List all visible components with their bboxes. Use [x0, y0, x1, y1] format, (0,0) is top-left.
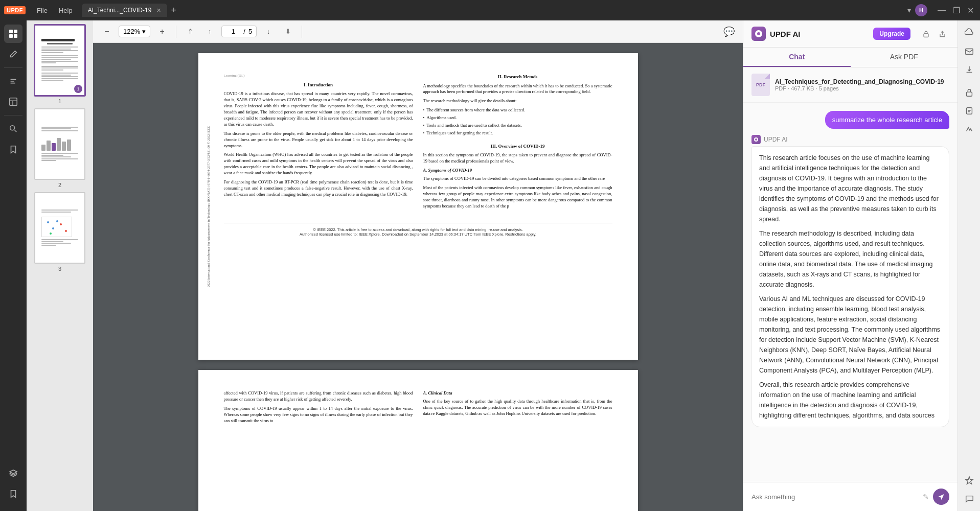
pdf-symptoms-heading: A. Symptoms of COVID-19: [423, 168, 612, 174]
nav-up-button[interactable]: ↑: [202, 24, 217, 39]
ai-response-name: UPDF AI: [764, 136, 788, 143]
pdf-intro-p2: This disease is prone to the older peopl…: [224, 131, 413, 149]
pdf-viewer: − 122% ▾ + ⇑ ↑ / 5 ↓ ⇓ 💬 2022 I: [93, 20, 743, 511]
zoom-chevron-icon: ▾: [142, 28, 146, 35]
pdf-page-2: affected with COVID-19 virus, if patient…: [198, 370, 638, 511]
zoom-level-display[interactable]: 122% ▾: [119, 26, 150, 37]
ai-msg-p2: The research methodology is described, i…: [759, 228, 942, 290]
close-button[interactable]: ✕: [965, 5, 976, 16]
pdf-bullet-2: • Algorithms used.: [423, 115, 612, 121]
sidebar-item-layout[interactable]: [4, 92, 22, 111]
sidebar-item-bookmark[interactable]: [4, 140, 22, 158]
ai-msg-p1: This research article focuses on the use…: [759, 153, 942, 224]
ai-response-label: UPDF AI: [751, 135, 949, 144]
sidebar-item-bookmark-bottom[interactable]: [4, 484, 22, 503]
pdf-intro-heading: I. Introduction: [224, 82, 413, 88]
nav-last-button[interactable]: ⇓: [280, 24, 295, 39]
zoom-in-button[interactable]: +: [154, 24, 170, 39]
ai-panel-title: UPDF AI: [770, 30, 800, 38]
file-name: AI_Techniques_for_Detecting_and_Diagnosi…: [775, 78, 944, 85]
nav-down-button[interactable]: ↓: [261, 24, 276, 39]
svg-rect-0: [9, 30, 13, 33]
document-tab[interactable]: AI_Techni..._COVID-19 ×: [82, 4, 167, 17]
nav-first-button[interactable]: ⇑: [183, 24, 198, 39]
pdf-page2-left: affected with COVID-19 virus, if patient…: [224, 390, 413, 427]
right-tool-lock2-icon[interactable]: [961, 103, 977, 119]
user-avatar[interactable]: H: [915, 4, 927, 16]
pdf-clinical-heading: A. Clinical Data: [423, 390, 612, 397]
ai-response-container: UPDF AI This research article focuses on…: [751, 135, 949, 427]
right-tool-star-icon[interactable]: [961, 472, 977, 489]
page-badge-1: 1: [74, 85, 82, 93]
upgrade-button[interactable]: Upgrade: [873, 28, 910, 40]
pdf-content[interactable]: 2022 International Conference for Advanc…: [93, 43, 743, 511]
ai-chat-input[interactable]: [751, 493, 919, 501]
toolbar-separator-1: [176, 26, 176, 38]
edit-icon[interactable]: ✎: [923, 493, 929, 501]
thumbnail-panel: 1 1: [27, 20, 93, 511]
thumbnail-image-3: [34, 192, 85, 264]
sidebar-item-thumbnails[interactable]: [4, 25, 22, 43]
pdf-bullet-text-1: The different sources from where the dat…: [426, 107, 525, 113]
comment-button[interactable]: 💬: [721, 24, 737, 39]
thumbnail-page-1[interactable]: 1 1: [31, 25, 89, 104]
main-layout: 1 1: [0, 20, 980, 511]
titlebar: UPDF File Help AI_Techni..._COVID-19 × +…: [0, 0, 980, 20]
titlebar-right: ▾ H — ❐ ✕: [907, 4, 976, 16]
tab-close-button[interactable]: ×: [156, 6, 161, 14]
sidebar-item-layers[interactable]: [4, 464, 22, 482]
thumbnail-page-num-2: 2: [58, 182, 61, 188]
sidebar-item-pen[interactable]: [4, 45, 22, 63]
pdf-bullet-1: • The different sources from where the d…: [423, 107, 612, 113]
thumbnail-page-3[interactable]: 3: [31, 192, 89, 272]
ai-lock-icon[interactable]: [919, 27, 933, 41]
pdf-bullet-text-4: Techniques used for getting the result.: [426, 130, 493, 136]
right-tool-sign-icon[interactable]: [961, 121, 977, 137]
pdf-research-heading: II. Research Metods: [423, 74, 612, 80]
pdf-intro-p1: COVID-19 is a infectious disease, that h…: [224, 91, 413, 127]
ai-chat-area[interactable]: summarize the whole research article UPD…: [743, 103, 958, 482]
zoom-out-button[interactable]: −: [99, 24, 115, 39]
right-tool-cloud-icon[interactable]: [961, 25, 977, 41]
right-tool-mail-icon[interactable]: [961, 43, 977, 59]
send-button[interactable]: [933, 489, 949, 505]
right-tool-chat-icon[interactable]: [961, 491, 977, 507]
page-total: 5: [248, 28, 252, 35]
file-menu[interactable]: File: [32, 5, 53, 16]
svg-rect-7: [965, 49, 972, 55]
pdf-covid-overview-heading: III. Overview of COVID-19: [423, 143, 612, 150]
pdf-research-p1: A methodology specifies the boundaries o…: [423, 83, 612, 96]
new-tab-button[interactable]: +: [171, 5, 177, 16]
maximize-button[interactable]: ❐: [951, 5, 962, 16]
pdf-clinical-p1: One of the key source of to gather the h…: [423, 399, 612, 417]
ai-panel-action-icons: [919, 27, 949, 41]
page-input[interactable]: [226, 28, 240, 35]
ai-share-icon[interactable]: [935, 27, 949, 41]
pdf-left-col: Learning (DL) I. Introduction COVID-19 i…: [224, 74, 413, 213]
ai-logo-inner: [755, 30, 762, 37]
sidebar-item-text[interactable]: [4, 72, 22, 90]
minimize-button[interactable]: —: [936, 5, 948, 16]
ai-input-area: ✎: [743, 482, 958, 511]
window-controls: — ❐ ✕: [936, 5, 976, 16]
right-tool-lock-icon[interactable]: [961, 84, 977, 101]
pdf-page-1: 2022 International Conference for Advanc…: [198, 53, 638, 360]
chevron-down-icon[interactable]: ▾: [907, 6, 911, 14]
pdf-icon-fold: [765, 74, 770, 79]
thumbnail-page-num-3: 3: [58, 266, 61, 272]
svg-rect-9: [966, 108, 972, 114]
svg-rect-1: [14, 30, 17, 33]
right-tool-download-icon[interactable]: [961, 61, 977, 78]
tab-chat[interactable]: Chat: [743, 48, 851, 67]
app-logo: UPDF: [4, 6, 26, 14]
file-meta: PDF · 467.7 KB · 5 pages: [775, 85, 944, 91]
tab-ask-pdf[interactable]: Ask PDF: [851, 48, 958, 67]
titlebar-menu: File Help: [32, 5, 78, 16]
help-menu[interactable]: Help: [54, 5, 78, 16]
ai-msg-p3: Various AI and ML techniques are discuss…: [759, 294, 942, 376]
right-toolbar-separator: [961, 81, 976, 81]
sidebar-item-search[interactable]: [4, 120, 22, 138]
thumbnail-page-2[interactable]: 2: [31, 108, 89, 188]
ai-tabs: Chat Ask PDF: [743, 48, 958, 67]
tab-bar: AI_Techni..._COVID-19 × +: [82, 4, 907, 17]
